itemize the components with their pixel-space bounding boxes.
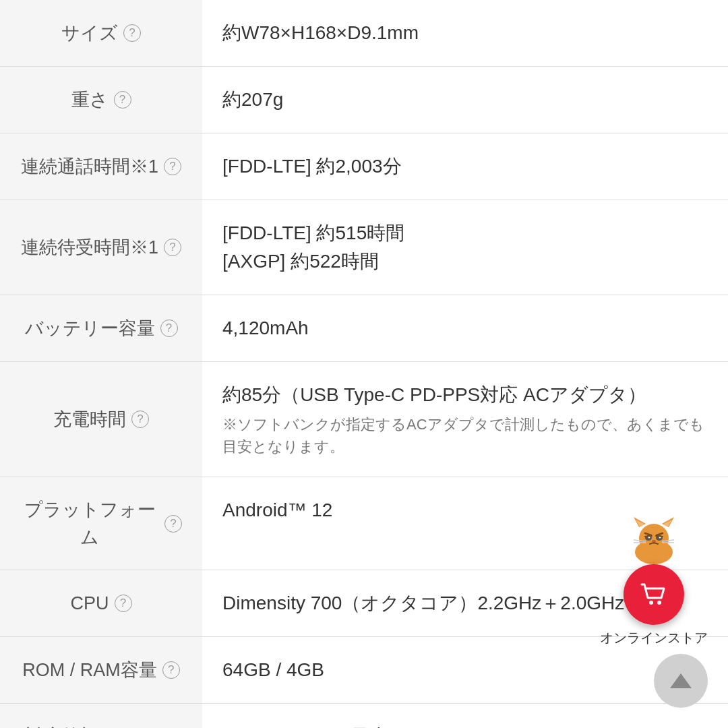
help-icon[interactable]: ? bbox=[131, 411, 149, 428]
spec-label-cell: サイズ? bbox=[0, 0, 202, 67]
svg-point-1 bbox=[639, 524, 669, 553]
spec-label-text: 連続待受時間※1 bbox=[21, 234, 158, 262]
spec-label-cell: CPU? bbox=[0, 570, 202, 637]
spec-label-cell: 連続通話時間※1? bbox=[0, 133, 202, 200]
spec-value-cell: 4,120mAh bbox=[202, 295, 728, 362]
spec-value-cell: microSDXC™/ 最大1TB bbox=[202, 704, 728, 729]
cat-mascot-icon bbox=[627, 517, 681, 564]
help-icon[interactable]: ? bbox=[162, 661, 180, 679]
spec-value-text: Android™ 12 bbox=[222, 499, 332, 520]
spec-value-text: Dimensity 700（オクタコア）2.2GHz＋2.0GHz bbox=[222, 593, 624, 613]
spec-label-cell: 連続待受時間※1? bbox=[0, 200, 202, 295]
spec-label-text: プラットフォーム bbox=[20, 496, 159, 551]
spec-label-text: 重さ bbox=[71, 86, 109, 114]
table-row: 連続通話時間※1?[FDD-LTE] 約2,003分 bbox=[0, 133, 728, 200]
spec-value-text: 約W78×H168×D9.1mm bbox=[222, 22, 419, 43]
spec-value-cell: 約207g bbox=[202, 67, 728, 133]
spec-value-text: 4,120mAh bbox=[222, 317, 309, 338]
spec-label-text: CPU bbox=[70, 590, 109, 617]
cart-button[interactable] bbox=[624, 564, 684, 625]
float-cart-widget: オンラインストア bbox=[600, 517, 708, 647]
spec-value-text: [FDD-LTE] 約2,003分 bbox=[222, 156, 402, 177]
svg-line-12 bbox=[645, 536, 652, 537]
help-icon[interactable]: ? bbox=[160, 320, 178, 337]
help-icon[interactable]: ? bbox=[164, 239, 181, 256]
table-row: サイズ?約W78×H168×D9.1mm bbox=[0, 0, 728, 67]
spec-value-cell: [FDD-LTE] 約2,003分 bbox=[202, 133, 728, 200]
svg-line-13 bbox=[656, 536, 663, 537]
svg-point-19 bbox=[649, 601, 653, 605]
spec-label-text: サイズ bbox=[61, 20, 118, 47]
spec-label-text: 充電時間 bbox=[53, 406, 126, 433]
help-icon[interactable]: ? bbox=[123, 24, 141, 42]
help-icon[interactable]: ? bbox=[115, 595, 132, 612]
spec-label-text: バッテリー容量 bbox=[25, 315, 155, 342]
help-icon[interactable]: ? bbox=[164, 158, 181, 175]
table-row: 重さ?約207g bbox=[0, 67, 728, 133]
spec-label-text: ROM / RAM容量 bbox=[22, 657, 157, 684]
scroll-to-top-button[interactable] bbox=[654, 654, 708, 708]
spec-value-text: 約207g bbox=[222, 89, 283, 110]
help-icon[interactable]: ? bbox=[164, 515, 182, 533]
table-row: 連続待受時間※1?[FDD-LTE] 約515時間[AXGP] 約522時間 bbox=[0, 200, 728, 295]
spec-value-text: 64GB / 4GB bbox=[222, 659, 324, 680]
spec-sub-text: ※ソフトバンクが指定するACアダプタで計測したもので、あくまでも目安となります。 bbox=[222, 413, 708, 458]
svg-point-20 bbox=[657, 601, 661, 605]
spec-label-cell: ROM / RAM容量? bbox=[0, 637, 202, 704]
svg-point-14 bbox=[652, 540, 656, 543]
cart-label: オンラインストア bbox=[600, 629, 708, 647]
cart-icon bbox=[638, 579, 669, 610]
spec-label-cell: 対応外部メモリ / 対応最大容量※2? bbox=[0, 704, 202, 729]
spec-label-text: 連続通話時間※1 bbox=[21, 153, 158, 181]
spec-label-cell: プラットフォーム? bbox=[0, 477, 202, 570]
spec-label-cell: バッテリー容量? bbox=[0, 295, 202, 362]
help-icon[interactable]: ? bbox=[114, 91, 131, 109]
table-row: 充電時間?約85分（USB Type-C PD-PPS対応 ACアダプタ）※ソフ… bbox=[0, 362, 728, 477]
spec-value-cell: 約W78×H168×D9.1mm bbox=[202, 0, 728, 67]
spec-label-cell: 充電時間? bbox=[0, 362, 202, 477]
table-row: 対応外部メモリ / 対応最大容量※2?microSDXC™/ 最大1TB bbox=[0, 704, 728, 729]
spec-value-cell: [FDD-LTE] 約515時間[AXGP] 約522時間 bbox=[202, 200, 728, 295]
spec-label-cell: 重さ? bbox=[0, 67, 202, 133]
table-row: バッテリー容量?4,120mAh bbox=[0, 295, 728, 362]
spec-value-cell: 約85分（USB Type-C PD-PPS対応 ACアダプタ）※ソフトバンクが… bbox=[202, 362, 728, 477]
spec-value-text: 約85分（USB Type-C PD-PPS対応 ACアダプタ） bbox=[222, 384, 646, 405]
spec-label-text: 対応外部メモリ / 対応最大容量※2 bbox=[20, 723, 159, 728]
spec-value-text: [FDD-LTE] 約515時間[AXGP] 約522時間 bbox=[222, 222, 404, 272]
